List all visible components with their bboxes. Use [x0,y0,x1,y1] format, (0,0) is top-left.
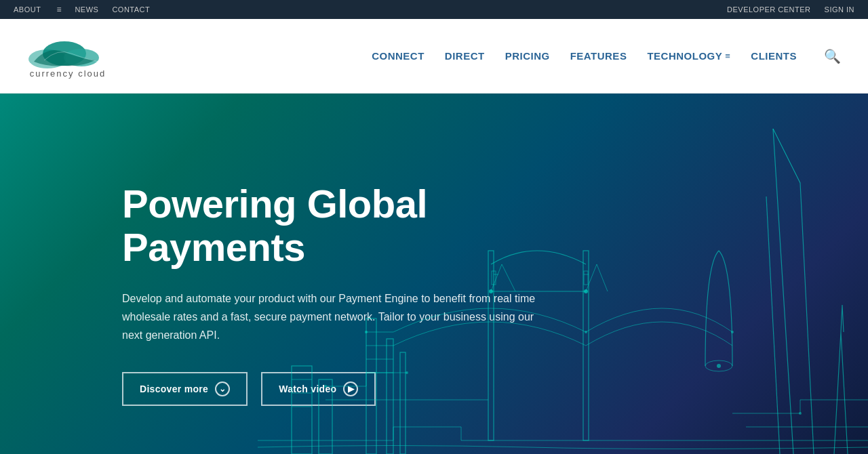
nav-connect[interactable]: CONNECT [372,50,425,62]
svg-rect-17 [584,271,588,285]
svg-point-15 [584,289,588,293]
svg-point-27 [799,412,802,415]
svg-point-13 [365,331,368,333]
sign-in-link[interactable]: SIGN IN [825,5,854,14]
svg-point-28 [717,364,721,368]
svg-rect-6 [387,339,393,454]
developer-center-link[interactable]: DEVELOPER CENTER [727,5,811,14]
discover-more-button[interactable]: Discover more ⌄ [122,372,248,406]
top-bar-right: DEVELOPER CENTER SIGN IN [727,5,854,14]
svg-rect-3 [488,251,494,440]
city-background-svg: .circuit { stroke: #00e5cc; stroke-width… [258,129,868,454]
svg-point-14 [489,289,493,293]
logo-text: currency cloud [30,68,106,79]
about-hamburger-icon: ≡ [56,5,61,14]
discover-more-label: Discover more [140,384,208,394]
nav-pricing[interactable]: PRICING [505,50,550,62]
top-bar-left: ABOUT ≡ NEWS CONTACT [14,5,150,14]
svg-point-29 [731,331,734,333]
svg-rect-5 [366,318,376,454]
nav-features[interactable]: FEATURES [570,50,627,62]
svg-point-20 [324,385,327,388]
svg-rect-23 [319,379,332,454]
main-nav: currency cloud CONNECT DIRECT PRICING FE… [0,19,868,94]
nav-direct[interactable]: DIRECT [445,50,485,62]
logo[interactable]: currency cloud [27,33,108,79]
nav-links: CONNECT DIRECT PRICING FEATURES TECHNOLO… [372,48,841,64]
contact-link[interactable]: CONTACT [112,5,150,14]
search-icon[interactable]: 🔍 [824,48,841,64]
hero-section: .circuit { stroke: #00e5cc; stroke-width… [0,94,868,454]
svg-point-30 [585,331,587,333]
logo-svg [27,33,108,74]
news-link[interactable]: NEWS [75,5,98,14]
about-link[interactable]: ABOUT [14,5,41,14]
chevron-down-icon: ⌄ [215,381,230,396]
svg-point-21 [406,371,408,374]
technology-menu-icon: ≡ [725,51,730,61]
top-bar: ABOUT ≡ NEWS CONTACT DEVELOPER CENTER SI… [0,0,868,19]
nav-clients[interactable]: CLIENTS [751,50,797,62]
nav-technology[interactable]: TECHNOLOGY ≡ [647,50,730,62]
svg-rect-7 [400,352,406,454]
